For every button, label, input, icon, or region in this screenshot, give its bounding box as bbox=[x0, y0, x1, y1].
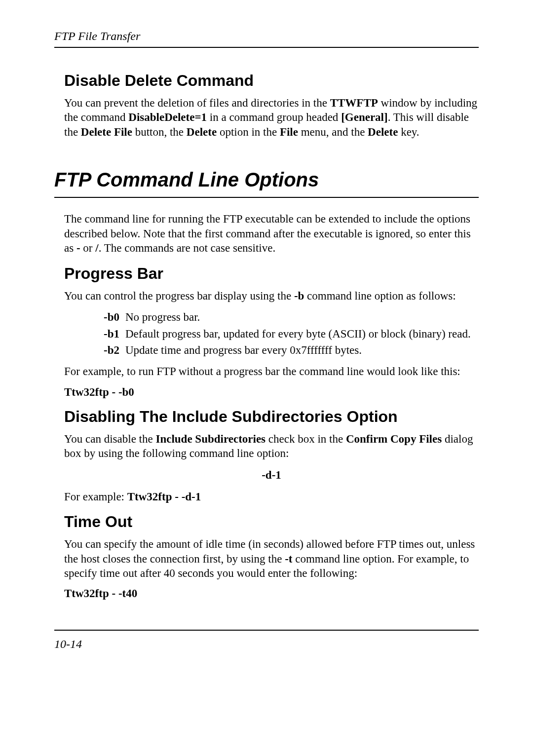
text-bold: -b bbox=[294, 290, 304, 302]
para: The command line for running the FTP exe… bbox=[64, 212, 479, 255]
option-key: -b1 bbox=[104, 327, 125, 343]
text: . The commands are not case sensitive. bbox=[99, 242, 276, 254]
option-desc: Update time and progress bar every 0x7ff… bbox=[125, 343, 477, 359]
page-footer: 10-14 bbox=[54, 630, 479, 651]
text-bold: TTWFTP bbox=[330, 97, 378, 109]
text: or bbox=[80, 242, 96, 254]
section-cli: FTP Command Line Options The command lin… bbox=[54, 169, 479, 255]
para: You can prevent the deletion of files an… bbox=[64, 96, 479, 139]
para: For example, to run FTP without a progre… bbox=[64, 364, 479, 378]
text-bold: File bbox=[280, 126, 298, 138]
table-row: -b1 Default progress bar, updated for ev… bbox=[104, 327, 477, 343]
section-disable-delete: Disable Delete Command You can prevent t… bbox=[64, 72, 479, 139]
text: button, the bbox=[132, 126, 187, 138]
command-line-example: Ttw32ftp - -b0 bbox=[64, 386, 479, 399]
text-bold: Delete File bbox=[81, 126, 132, 138]
section-subdirs: Disabling The Include Subdirectories Opt… bbox=[64, 408, 479, 504]
command-line-example: Ttw32ftp - -d-1 bbox=[127, 491, 201, 503]
heading-cli: FTP Command Line Options bbox=[54, 169, 479, 191]
option-centered: -d-1 bbox=[64, 469, 479, 482]
option-desc: No progress bar. bbox=[125, 310, 477, 326]
para: You can specify the amount of idle time … bbox=[64, 537, 479, 580]
section-timeout: Time Out You can specify the amount of i… bbox=[64, 513, 479, 600]
option-key: -b0 bbox=[104, 310, 125, 326]
text-bold: DisableDelete=1 bbox=[128, 111, 207, 123]
command-line-example: Ttw32ftp - -t40 bbox=[64, 587, 479, 600]
option-desc: Default progress bar, updated for every … bbox=[125, 327, 477, 343]
text-bold: [General] bbox=[341, 111, 388, 123]
heading-timeout: Time Out bbox=[64, 513, 479, 531]
text-bold: Confirm Copy Files bbox=[346, 433, 442, 445]
heading-disable-delete: Disable Delete Command bbox=[64, 72, 479, 90]
para: You can control the progress bar display… bbox=[64, 289, 479, 303]
text: in a command group headed bbox=[207, 111, 341, 123]
options-table: -b0 No progress bar. -b1 Default progres… bbox=[104, 310, 477, 359]
text: option in the bbox=[217, 126, 280, 138]
heading-subdirs: Disabling The Include Subdirectories Opt… bbox=[64, 408, 479, 426]
para: For example: Ttw32ftp - -d-1 bbox=[64, 490, 479, 504]
text: You can control the progress bar display… bbox=[64, 290, 294, 302]
text-bold: - bbox=[76, 242, 80, 254]
text-bold: Include Subdirectories bbox=[155, 433, 266, 445]
para: You can disable the Include Subdirectori… bbox=[64, 432, 479, 461]
text: You can disable the bbox=[64, 433, 155, 445]
text: For example: bbox=[64, 491, 127, 503]
text-bold: Delete bbox=[368, 126, 398, 138]
document-page: FTP File Transfer Disable Delete Command… bbox=[0, 0, 533, 671]
text-bold: Delete bbox=[187, 126, 217, 138]
text: menu, and the bbox=[298, 126, 368, 138]
text-bold: -t bbox=[285, 553, 292, 565]
text: check box in the bbox=[266, 433, 346, 445]
text: key. bbox=[398, 126, 419, 138]
text: You can prevent the deletion of files an… bbox=[64, 97, 330, 109]
section-progress: Progress Bar You can control the progres… bbox=[64, 265, 479, 399]
page-number: 10-14 bbox=[54, 638, 82, 650]
option-key: -b2 bbox=[104, 343, 125, 359]
table-row: -b2 Update time and progress bar every 0… bbox=[104, 343, 477, 359]
text: command line option as follows: bbox=[304, 290, 456, 302]
table-row: -b0 No progress bar. bbox=[104, 310, 477, 326]
running-header: FTP File Transfer bbox=[54, 30, 479, 48]
heading-progress: Progress Bar bbox=[64, 265, 479, 283]
